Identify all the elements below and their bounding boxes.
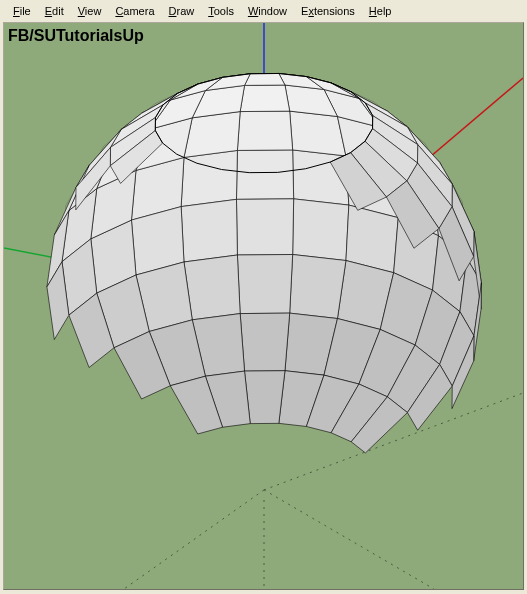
menu-window[interactable]: Window [241,3,294,19]
menu-help[interactable]: Help [362,3,399,19]
menu-file[interactable]: File [6,3,38,19]
menu-edit[interactable]: Edit [38,3,71,19]
watermark-text: FB/SUTutorialsUp [8,27,144,45]
menu-bar: File Edit View Camera Draw Tools Window … [0,0,527,22]
svg-line-6 [264,490,434,589]
menu-extensions[interactable]: Extensions [294,3,362,19]
scene-3d [4,23,523,589]
menu-view[interactable]: View [71,3,109,19]
viewport-3d[interactable]: FB/SUTutorialsUp [3,22,524,590]
menu-tools[interactable]: Tools [201,3,241,19]
menu-draw[interactable]: Draw [162,3,202,19]
svg-line-5 [124,490,264,589]
menu-camera[interactable]: Camera [108,3,161,19]
